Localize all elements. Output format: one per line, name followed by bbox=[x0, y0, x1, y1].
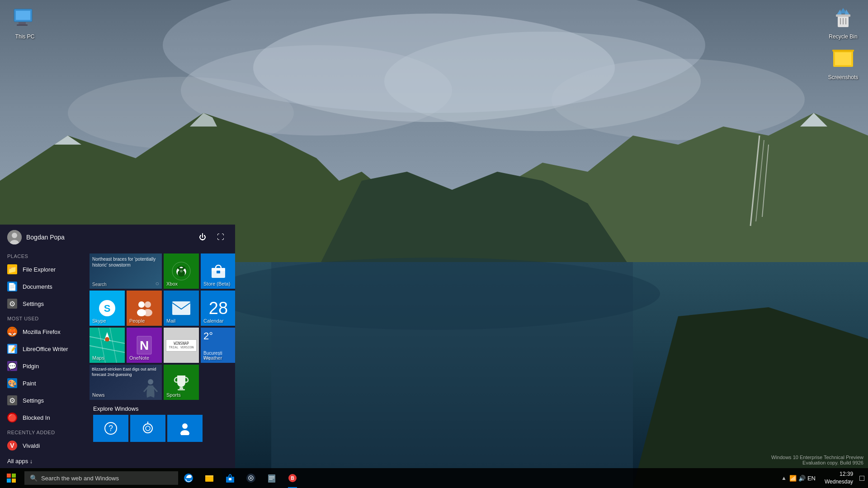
recycle-bin-label: Recycle Bin bbox=[823, 33, 863, 40]
mail-tile-label: Mail bbox=[166, 318, 175, 324]
settings2-item[interactable]: ⚙ Settings bbox=[0, 392, 86, 409]
skype-logo-icon: S bbox=[97, 298, 117, 318]
winsnap-tile[interactable]: WINSNAP TRIAL VERSION bbox=[164, 328, 199, 363]
taskbar-store[interactable] bbox=[220, 468, 241, 488]
power-button[interactable]: ⏻ bbox=[195, 230, 210, 244]
svg-point-88 bbox=[250, 477, 252, 479]
svg-rect-37 bbox=[832, 50, 854, 52]
file-explorer-item[interactable]: 📁 File Explorer bbox=[0, 261, 86, 278]
maps-tile[interactable]: Maps bbox=[90, 328, 125, 363]
news2-headline: Blizzard-stricken East digs out amid for… bbox=[92, 367, 160, 377]
winsnap-content: WINSNAP TRIAL VERSION bbox=[164, 328, 199, 363]
store-logo-icon bbox=[210, 263, 227, 280]
svg-rect-91 bbox=[269, 478, 274, 479]
start-menu-header: Bogdan Popa ⏻ ⛶ bbox=[0, 225, 235, 250]
svg-point-49 bbox=[138, 301, 145, 308]
volume-icon[interactable]: 🔊 bbox=[798, 475, 806, 482]
store-tile[interactable]: Store (Beta) bbox=[201, 253, 235, 289]
weather-tile-label: Weather bbox=[203, 355, 222, 361]
svg-point-60 bbox=[105, 337, 109, 342]
tiles-grid: Northeast braces for 'potentially histor… bbox=[90, 253, 231, 400]
start-menu-body: Places 📁 File Explorer 📄 Documents ⚙ Set… bbox=[0, 250, 235, 468]
taskbar: 🔍 Search the web and Windows bbox=[0, 468, 868, 488]
explore-section: Explore Windows ? bbox=[90, 400, 231, 446]
recycle-bin-icon[interactable]: Recycle Bin bbox=[823, 5, 863, 40]
system-tray: ▲ 📶 🔊 EN 12:39 Wednesday □ bbox=[781, 470, 868, 486]
start-button[interactable] bbox=[0, 468, 23, 488]
header-actions: ⏻ ⛶ bbox=[195, 230, 228, 244]
explore-tile-1[interactable]: ? bbox=[93, 415, 128, 442]
start-menu: Bogdan Popa ⏻ ⛶ Places 📁 File Explorer 📄… bbox=[0, 225, 235, 468]
onenote-tile-label: OneNote bbox=[129, 355, 149, 361]
pidgin-item[interactable]: 💬 Pidgin bbox=[0, 357, 86, 375]
explore-tiles: ? bbox=[93, 415, 228, 442]
network-icon[interactable]: 📶 bbox=[789, 475, 797, 482]
libreoffice-item[interactable]: 📝 LibreOffice Writer bbox=[0, 340, 86, 357]
svg-point-39 bbox=[12, 233, 17, 238]
skype-tile[interactable]: S Skype bbox=[90, 291, 125, 326]
news2-tile[interactable]: Blizzard-stricken East digs out amid for… bbox=[90, 365, 162, 400]
taskbar-explorer[interactable] bbox=[199, 468, 220, 488]
mail-logo-icon bbox=[172, 301, 191, 315]
vivaldi-item[interactable]: V Vivaldi bbox=[0, 437, 86, 454]
svg-rect-89 bbox=[268, 474, 275, 483]
calendar-tile[interactable]: 28 Calendar bbox=[201, 291, 235, 326]
firefox-icon: 🦊 bbox=[7, 327, 17, 337]
all-apps-link[interactable]: All apps ↓ bbox=[0, 454, 86, 468]
weather-tile[interactable]: 2° București Fog Weather bbox=[201, 328, 235, 363]
tray-expand[interactable]: ▲ bbox=[781, 475, 787, 481]
sports-tile[interactable]: Sports bbox=[164, 365, 199, 400]
libreoffice-icon: 📝 bbox=[7, 344, 17, 354]
start-left-panel: Places 📁 File Explorer 📄 Documents ⚙ Set… bbox=[0, 250, 86, 468]
pidgin-icon: 💬 bbox=[7, 361, 17, 371]
winsnap-label: WINSNAP TRIAL VERSION bbox=[166, 339, 197, 352]
paint-label: Paint bbox=[23, 380, 36, 387]
onenote-tile[interactable]: N OneNote bbox=[127, 328, 162, 363]
user-info[interactable]: Bogdan Popa bbox=[7, 230, 65, 244]
search-circle-icon: ○ bbox=[156, 280, 159, 287]
svg-text:?: ? bbox=[108, 424, 113, 433]
taskbar-steam[interactable] bbox=[241, 468, 261, 488]
expand-button[interactable]: ⛶ bbox=[213, 230, 228, 244]
explore-tile-3[interactable] bbox=[167, 415, 203, 442]
tiles-area: Northeast braces for 'potentially histor… bbox=[86, 250, 235, 468]
people-tile[interactable]: People bbox=[127, 291, 162, 326]
documents-item[interactable]: 📄 Documents bbox=[0, 278, 86, 295]
taskbar-pinned6[interactable]: B bbox=[282, 468, 303, 488]
documents-label: Documents bbox=[23, 283, 52, 290]
svg-point-74 bbox=[182, 423, 188, 429]
svg-rect-78 bbox=[7, 479, 11, 483]
explore-tile-2[interactable] bbox=[130, 415, 165, 442]
this-pc-icon[interactable]: This PC bbox=[5, 5, 45, 40]
settings-item[interactable]: ⚙ Settings bbox=[0, 295, 86, 312]
search-bar[interactable]: 🔍 Search the web and Windows bbox=[24, 471, 178, 485]
language-icon[interactable]: EN bbox=[807, 475, 816, 482]
svg-text:S: S bbox=[104, 303, 111, 314]
firefox-item[interactable]: 🦊 Mozilla Firefox bbox=[0, 323, 86, 340]
sports-tile-label: Sports bbox=[166, 392, 181, 398]
explorer-icon bbox=[204, 473, 214, 483]
screenshots-icon[interactable]: Screenshots bbox=[823, 45, 863, 80]
taskbar-edge[interactable] bbox=[178, 468, 199, 488]
svg-point-64 bbox=[148, 379, 153, 385]
svg-rect-22 bbox=[16, 11, 30, 20]
pidgin-label: Pidgin bbox=[23, 363, 39, 370]
files-icon bbox=[267, 473, 277, 483]
places-title: Places bbox=[0, 250, 86, 261]
news-headline-text: Northeast braces for 'potentially histor… bbox=[92, 256, 159, 268]
vivaldi-icon: V bbox=[7, 441, 17, 450]
svg-rect-36 bbox=[835, 52, 851, 65]
taskbar-files[interactable] bbox=[261, 468, 282, 488]
skype-tile-label: Skype bbox=[92, 318, 106, 324]
paint-item[interactable]: 🎨 Paint bbox=[0, 375, 86, 392]
mail-tile[interactable]: Mail bbox=[164, 291, 199, 326]
action-center-icon[interactable]: □ bbox=[859, 474, 864, 483]
settings-label: Settings bbox=[23, 300, 44, 307]
clock-display[interactable]: 12:39 Wednesday bbox=[821, 470, 857, 486]
xbox-tile[interactable]: Xbox bbox=[164, 253, 199, 289]
blocked-in-item[interactable]: 🔴 Blocked In bbox=[0, 409, 86, 426]
news-tile[interactable]: Northeast braces for 'potentially histor… bbox=[90, 253, 162, 289]
settings-icon: ⚙ bbox=[7, 299, 17, 309]
explore-cortana-icon bbox=[141, 422, 155, 435]
svg-rect-76 bbox=[7, 474, 11, 478]
